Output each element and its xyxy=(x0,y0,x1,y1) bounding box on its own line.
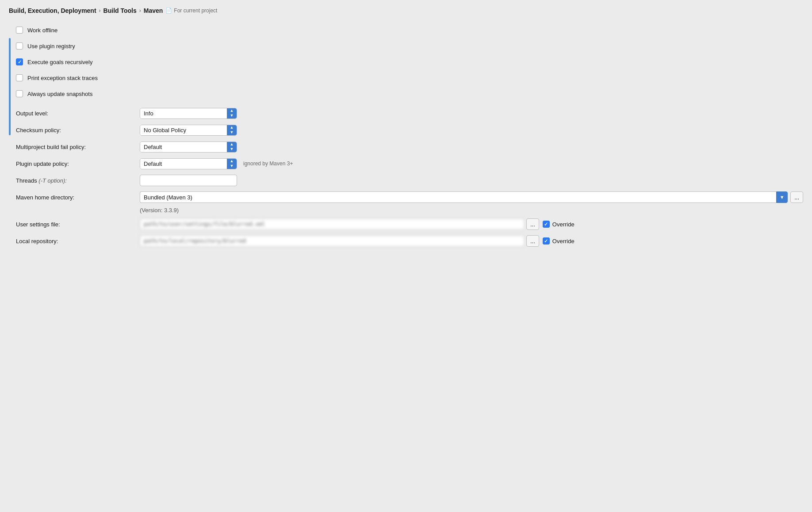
checkbox-row-work-offline: Work offline xyxy=(16,25,803,35)
checkbox-row-use-plugin-registry: Use plugin registry xyxy=(16,41,803,51)
maven-home-control: Bundled (Maven 3) ▼ ... xyxy=(140,191,803,203)
checkbox-print-exception-stack-traces[interactable] xyxy=(16,74,23,81)
plugin-update-hint: ignored by Maven 3+ xyxy=(243,160,293,167)
output-level-control: Info xyxy=(140,108,237,119)
checkbox-label-use-plugin-registry: Use plugin registry xyxy=(27,43,75,50)
checksum-policy-label: Checksum policy: xyxy=(16,127,140,134)
checksum-policy-value: No Global Policy xyxy=(140,125,227,135)
checkbox-use-plugin-registry[interactable] xyxy=(16,42,23,50)
checkbox-row-execute-goals-recursively: Execute goals recursively xyxy=(16,57,803,67)
maven-home-value: Bundled (Maven 3) xyxy=(140,191,776,203)
user-settings-browse-button[interactable]: ... xyxy=(526,218,539,230)
breadcrumb-project: 📄 For current project xyxy=(165,8,217,14)
threads-control xyxy=(140,175,237,186)
user-settings-override-wrapper: Override xyxy=(543,221,575,228)
user-settings-label: User settings file: xyxy=(16,221,140,228)
multiproject-policy-arrows[interactable] xyxy=(227,142,237,152)
checkbox-label-always-update-snapshots: Always update snapshots xyxy=(27,91,92,97)
local-repository-override-wrapper: Override xyxy=(543,237,575,245)
breadcrumb-part2: Build Tools xyxy=(103,7,137,14)
plugin-update-policy-value: Default xyxy=(140,159,227,169)
user-settings-override-checkbox[interactable] xyxy=(543,221,550,228)
output-level-label: Output level: xyxy=(16,110,140,117)
local-repository-label: Local repository: xyxy=(16,238,140,245)
checksum-policy-up-arrow[interactable] xyxy=(227,125,237,130)
form-section: Output level: Info Checksum policy: xyxy=(16,107,803,247)
multiproject-policy-up-arrow[interactable] xyxy=(227,142,237,147)
plugin-update-policy-up-arrow[interactable] xyxy=(227,159,237,164)
user-settings-control: ... Override xyxy=(140,218,575,230)
local-repository-override-checkbox[interactable] xyxy=(543,237,550,245)
local-repository-override-label: Override xyxy=(552,238,575,245)
breadcrumb-part1: Build, Execution, Deployment xyxy=(9,7,96,14)
local-repository-row: Local repository: ... Override xyxy=(16,235,803,247)
user-settings-row: User settings file: ... Override xyxy=(16,218,803,230)
plugin-update-policy-label: Plugin update policy: xyxy=(16,160,140,167)
output-level-row: Output level: Info xyxy=(16,107,803,119)
multiproject-policy-spinner[interactable]: Default xyxy=(140,141,237,153)
user-settings-input[interactable] xyxy=(140,218,525,230)
checkbox-work-offline[interactable] xyxy=(16,27,23,34)
settings-panel: Build, Execution, Deployment › Build Too… xyxy=(0,0,812,512)
breadcrumb: Build, Execution, Deployment › Build Too… xyxy=(9,7,803,16)
checkbox-label-execute-goals-recursively: Execute goals recursively xyxy=(27,59,92,65)
output-level-arrows[interactable] xyxy=(227,108,237,118)
checkbox-label-print-exception-stack-traces: Print exception stack traces xyxy=(27,75,98,81)
breadcrumb-separator-1: › xyxy=(99,8,101,14)
multiproject-policy-row: Multiproject build fail policy: Default xyxy=(16,141,803,153)
output-level-value: Info xyxy=(140,108,227,118)
checksum-policy-control: No Global Policy xyxy=(140,125,237,136)
checkbox-container: Work offlineUse plugin registryExecute g… xyxy=(16,25,803,99)
output-level-down-arrow[interactable] xyxy=(227,113,237,118)
content-area: Work offlineUse plugin registryExecute g… xyxy=(9,25,803,247)
maven-version-text: (Version: 3.3.9) xyxy=(140,207,803,214)
checkbox-always-update-snapshots[interactable] xyxy=(16,90,23,97)
checkbox-row-print-exception-stack-traces: Print exception stack traces xyxy=(16,73,803,83)
project-file-icon: 📄 xyxy=(165,8,172,14)
user-settings-override-label: Override xyxy=(552,221,575,228)
maven-home-dropdown-button[interactable]: ▼ xyxy=(776,191,788,203)
maven-home-row: Maven home directory: Bundled (Maven 3) … xyxy=(16,191,803,203)
breadcrumb-separator-2: › xyxy=(139,8,141,14)
threads-label: Threads (-T option): xyxy=(16,177,140,184)
plugin-update-policy-row: Plugin update policy: Default ignored by… xyxy=(16,157,803,170)
settings-section: Work offlineUse plugin registryExecute g… xyxy=(16,25,803,247)
checkbox-row-always-update-snapshots: Always update snapshots xyxy=(16,88,803,99)
left-accent-bar xyxy=(9,38,11,135)
multiproject-policy-label: Multiproject build fail policy: xyxy=(16,144,140,150)
threads-row: Threads (-T option): xyxy=(16,174,803,187)
threads-label-suffix: (-T option): xyxy=(37,177,67,184)
checksum-policy-row: Checksum policy: No Global Policy xyxy=(16,124,803,136)
local-repository-control: ... Override xyxy=(140,235,575,247)
multiproject-policy-value: Default xyxy=(140,142,227,152)
threads-input[interactable] xyxy=(140,175,237,186)
output-level-up-arrow[interactable] xyxy=(227,108,237,114)
output-level-spinner[interactable]: Info xyxy=(140,108,237,119)
multiproject-policy-control: Default xyxy=(140,141,237,153)
maven-home-label: Maven home directory: xyxy=(16,194,140,201)
plugin-update-policy-arrows[interactable] xyxy=(227,159,237,169)
plugin-update-policy-down-arrow[interactable] xyxy=(227,164,237,169)
plugin-update-policy-spinner[interactable]: Default xyxy=(140,158,237,169)
local-repository-input[interactable] xyxy=(140,235,525,247)
threads-label-text: Threads xyxy=(16,177,37,184)
checksum-policy-down-arrow[interactable] xyxy=(227,130,237,135)
checksum-policy-arrows[interactable] xyxy=(227,125,237,135)
plugin-update-policy-control: Default ignored by Maven 3+ xyxy=(140,158,293,169)
checkbox-label-work-offline: Work offline xyxy=(27,27,57,34)
multiproject-policy-down-arrow[interactable] xyxy=(227,147,237,152)
breadcrumb-project-label: For current project xyxy=(174,8,217,14)
checkbox-execute-goals-recursively[interactable] xyxy=(16,58,23,65)
local-repository-browse-button[interactable]: ... xyxy=(526,235,539,247)
checksum-policy-spinner[interactable]: No Global Policy xyxy=(140,125,237,136)
maven-home-browse-button[interactable]: ... xyxy=(790,191,803,203)
breadcrumb-part3: Maven xyxy=(144,7,163,14)
